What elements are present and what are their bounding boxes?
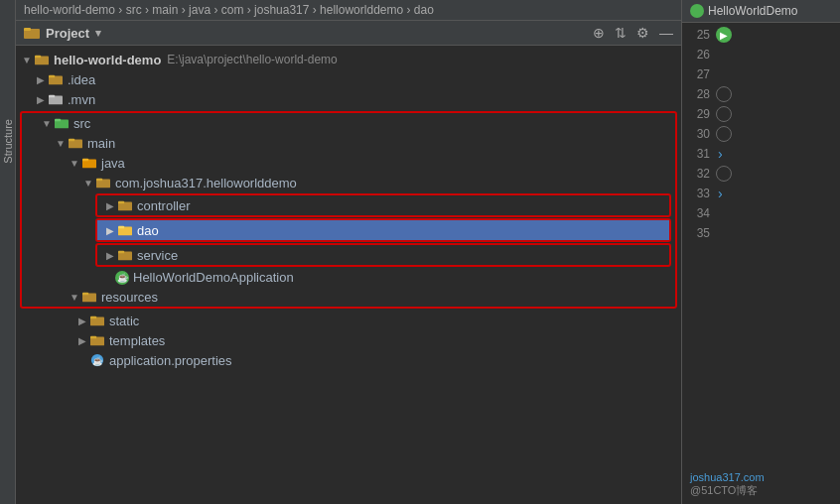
watermark: joshua317.com @51CTO博客: [682, 451, 840, 502]
globe-icon[interactable]: ⊕: [593, 25, 605, 41]
svg-rect-3: [35, 56, 41, 59]
src-arrow: ▼: [40, 118, 54, 129]
sort-icon[interactable]: ⇅: [615, 25, 627, 41]
line-num-27: 27: [686, 67, 710, 81]
root-label: hello-world-demo: [54, 53, 161, 67]
svg-rect-21: [118, 251, 124, 254]
dao-redbox: ▶ dao: [95, 218, 671, 242]
idea-folder-icon: [48, 71, 64, 87]
line-content-25: ▶: [716, 27, 836, 43]
tree-item-mvn[interactable]: ▶ .mvn: [16, 89, 681, 109]
controller-arrow: ▶: [103, 200, 117, 211]
run-icon-25[interactable]: ▶: [716, 27, 732, 43]
line-row-30: 30: [682, 124, 840, 144]
line-content-29: [716, 106, 836, 122]
dao-arrow: ▶: [103, 225, 117, 236]
minus-icon[interactable]: —: [659, 25, 673, 41]
line-row-34: 34: [682, 203, 840, 223]
tree-item-java[interactable]: ▼ java: [22, 153, 675, 173]
tree-item-properties[interactable]: ☕ application.properties: [16, 350, 681, 370]
gutter-icon-32: [716, 166, 732, 182]
src-folder-icon: [54, 115, 70, 131]
service-folder-icon: [117, 247, 133, 263]
gutter-icon-28: [716, 86, 732, 102]
line-row-31: 31 ›: [682, 144, 840, 164]
main-label: main: [87, 136, 115, 151]
tree-item-templates[interactable]: ▶ templates: [16, 330, 681, 350]
static-arrow: ▶: [75, 315, 89, 326]
package-label: com.joshua317.helloworlddemo: [115, 176, 297, 190]
panel-icons: ⊕ ⇅ ⚙ —: [593, 25, 673, 41]
svg-rect-23: [82, 293, 88, 296]
tree-area[interactable]: ▼ hello-world-demo E:\java\project\hello…: [16, 46, 681, 504]
idea-arrow: ▶: [34, 74, 48, 85]
tree-item-controller[interactable]: ▶ controller: [97, 195, 669, 215]
svg-text:☕: ☕: [92, 355, 103, 367]
project-panel: hello-world-demo › src › main › java › c…: [16, 0, 681, 504]
static-label: static: [109, 314, 139, 328]
src-redbox: ▼ src ▼ main ▼: [20, 111, 677, 309]
resources-label: resources: [101, 290, 158, 305]
app-java-icon: [115, 271, 129, 285]
watermark-line2: @51CTO博客: [690, 483, 832, 498]
svg-rect-9: [55, 119, 61, 122]
tree-item-package[interactable]: ▼ com.joshua317.helloworlddemo: [22, 173, 675, 192]
line-content-33: ›: [716, 186, 836, 201]
java-label: java: [101, 156, 125, 171]
project-folder-icon: [24, 25, 40, 41]
svg-rect-25: [90, 316, 96, 319]
root-arrow: ▼: [20, 55, 34, 65]
svg-rect-5: [49, 75, 55, 78]
package-arrow: ▼: [81, 178, 95, 189]
line-num-34: 34: [686, 206, 710, 220]
tree-item-resources[interactable]: ▼ resources: [22, 287, 675, 307]
line-row-33: 33 ›: [682, 184, 840, 203]
line-row-25: 25 ▶: [682, 25, 840, 45]
tree-root[interactable]: ▼ hello-world-demo E:\java\project\hello…: [16, 50, 681, 69]
line-num-32: 32: [686, 167, 710, 181]
controller-redbox: ▶ controller: [95, 193, 671, 217]
mvn-arrow: ▶: [34, 94, 48, 105]
controller-label: controller: [137, 198, 190, 213]
arrow-right-31: ›: [718, 146, 723, 162]
svg-rect-11: [69, 139, 74, 142]
tree-item-src[interactable]: ▼ src: [22, 113, 675, 133]
tree-item-idea[interactable]: ▶ .idea: [16, 69, 681, 89]
package-folder-icon: [95, 175, 111, 190]
line-content-31: ›: [716, 146, 836, 162]
panel-dropdown-icon[interactable]: ▾: [95, 27, 101, 40]
tree-item-app[interactable]: HelloWorldDemoApplication: [22, 268, 675, 287]
java-folder-icon: [81, 155, 97, 171]
tree-item-main[interactable]: ▼ main: [22, 133, 675, 153]
dao-redbox-wrapper: ▶ dao: [95, 218, 671, 242]
templates-label: templates: [109, 333, 165, 348]
line-num-29: 29: [686, 107, 710, 121]
panel-header: Project ▾ ⊕ ⇅ ⚙ —: [16, 21, 681, 46]
properties-label: application.properties: [109, 353, 232, 368]
line-num-35: 35: [686, 226, 710, 240]
gear-icon[interactable]: ⚙: [636, 25, 649, 41]
tree-item-static[interactable]: ▶ static: [16, 311, 681, 330]
resources-arrow: ▼: [68, 292, 81, 303]
properties-icon: ☕: [89, 352, 105, 368]
line-content-28: [716, 86, 836, 102]
svg-rect-13: [82, 159, 88, 162]
line-num-31: 31: [686, 147, 710, 161]
mvn-folder-icon: [48, 91, 64, 107]
line-num-28: 28: [686, 87, 710, 101]
tree-item-dao[interactable]: ▶ dao: [97, 220, 669, 240]
root-folder-icon: [34, 52, 50, 67]
panel-title-text: Project: [46, 26, 89, 41]
tree-item-service[interactable]: ▶ service: [97, 245, 669, 265]
line-row-27: 27: [682, 64, 840, 84]
svg-rect-17: [118, 201, 124, 204]
line-num-30: 30: [686, 127, 710, 141]
hw-icon: [690, 4, 704, 18]
line-content-32: [716, 166, 836, 182]
svg-rect-27: [90, 336, 96, 339]
svg-rect-15: [96, 179, 102, 182]
right-panel-header: HelloWorldDemo: [682, 0, 840, 23]
service-label: service: [137, 248, 178, 263]
structure-tab[interactable]: Structure: [0, 0, 16, 504]
svg-rect-1: [24, 28, 31, 31]
